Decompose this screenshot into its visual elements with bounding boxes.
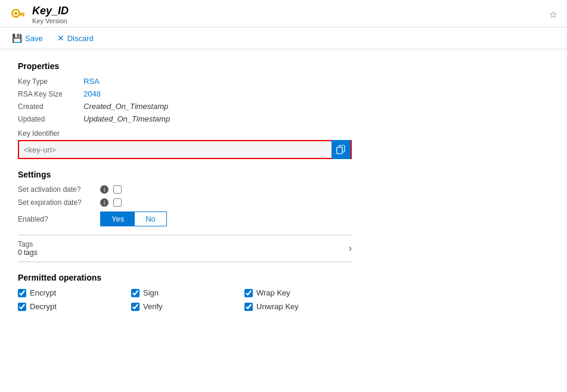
svg-rect-3 — [23, 14, 24, 17]
updated-row: Updated Updated_On_Timestamp — [18, 114, 549, 123]
header-titles: Key_ID Key Version — [32, 5, 69, 24]
rsa-size-row: RSA Key Size 2048 — [18, 89, 549, 98]
permitted-checkbox-encrypt[interactable] — [18, 289, 26, 297]
enabled-label: Enabled? — [18, 215, 95, 223]
svg-rect-2 — [18, 13, 25, 14]
enabled-toggle: Yes No — [100, 211, 167, 226]
updated-value: Updated_On_Timestamp — [83, 114, 170, 123]
key-type-label: Key Type — [18, 77, 83, 86]
permitted-label: Encrypt — [30, 288, 56, 297]
svg-rect-7 — [337, 147, 342, 154]
main-content: Properties Key Type RSA RSA Key Size 204… — [0, 49, 567, 384]
svg-rect-4 — [20, 14, 22, 16]
permitted-label: Unwrap Key — [256, 302, 299, 311]
discard-button[interactable]: ✕ Discard — [55, 32, 96, 44]
permitted-item: Sign — [131, 288, 244, 297]
copy-icon — [336, 145, 346, 154]
tags-section[interactable]: Tags 0 tags › — [18, 235, 352, 262]
yes-button[interactable]: Yes — [101, 212, 135, 226]
properties-title: Properties — [18, 61, 549, 71]
permitted-checkbox-unwrap-key[interactable] — [244, 303, 253, 311]
save-icon: 💾 — [12, 33, 22, 43]
pin-icon[interactable]: ☆ — [549, 9, 557, 20]
key-identifier-label: Key Identifier — [18, 129, 549, 138]
header-left: Key_ID Key Version — [10, 5, 69, 24]
permitted-label: Decrypt — [30, 302, 57, 311]
discard-icon: ✕ — [57, 33, 64, 43]
created-row: Created Created_On_Timestamp — [18, 102, 549, 111]
key-identifier-container — [18, 140, 352, 159]
permitted-checkbox-wrap-key[interactable] — [244, 289, 253, 297]
expiration-checkbox[interactable] — [113, 198, 122, 207]
rsa-size-label: RSA Key Size — [18, 90, 83, 98]
key-icon — [10, 7, 26, 23]
svg-point-1 — [14, 11, 17, 14]
page-subtitle: Key Version — [32, 17, 69, 24]
created-label: Created — [18, 102, 83, 111]
settings-section: Settings Set activation date? i Set expi… — [18, 170, 549, 226]
permitted-item: Unwrap Key — [244, 302, 358, 311]
permitted-checkbox-decrypt[interactable] — [18, 303, 26, 311]
tags-count: 0 tags — [18, 248, 38, 257]
activation-checkbox[interactable] — [113, 185, 122, 194]
tags-title: Tags — [18, 240, 38, 248]
chevron-right-icon: › — [349, 243, 352, 254]
header: Key_ID Key Version ☆ — [0, 0, 567, 27]
permitted-item: Encrypt — [18, 288, 131, 297]
settings-title: Settings — [18, 170, 549, 179]
enabled-row: Enabled? Yes No — [18, 211, 549, 226]
permitted-section: Permitted operations EncryptSignWrap Key… — [18, 273, 549, 311]
no-button[interactable]: No — [135, 212, 166, 226]
copy-button[interactable] — [331, 140, 351, 159]
permitted-item: Verify — [131, 302, 244, 311]
expiration-info-icon[interactable]: i — [100, 198, 109, 207]
expiration-date-row: Set expiration date? i — [18, 198, 549, 207]
toolbar: 💾 Save ✕ Discard — [0, 27, 567, 49]
activation-date-row: Set activation date? i — [18, 185, 549, 194]
permitted-checkbox-verify[interactable] — [131, 303, 140, 311]
permitted-grid: EncryptSignWrap KeyDecryptVerifyUnwrap K… — [18, 288, 549, 311]
activation-label: Set activation date? — [18, 185, 95, 194]
permitted-item: Decrypt — [18, 302, 131, 311]
tags-info: Tags 0 tags — [18, 240, 38, 257]
save-button[interactable]: 💾 Save — [10, 32, 45, 44]
permitted-label: Verify — [143, 302, 163, 311]
permitted-label: Sign — [143, 288, 159, 297]
key-type-row: Key Type RSA — [18, 77, 549, 86]
rsa-size-value: 2048 — [83, 89, 101, 98]
key-uri-input[interactable] — [19, 145, 331, 154]
discard-label: Discard — [67, 34, 94, 43]
permitted-item: Wrap Key — [244, 288, 358, 297]
activation-info-icon[interactable]: i — [100, 185, 109, 194]
updated-label: Updated — [18, 115, 83, 123]
key-type-value: RSA — [83, 77, 100, 86]
permitted-title: Permitted operations — [18, 273, 549, 282]
page-title: Key_ID — [32, 5, 69, 17]
save-label: Save — [25, 34, 43, 43]
permitted-label: Wrap Key — [256, 288, 290, 297]
created-value: Created_On_Timestamp — [83, 102, 168, 111]
permitted-checkbox-sign[interactable] — [131, 289, 140, 297]
expiration-label: Set expiration date? — [18, 198, 95, 207]
